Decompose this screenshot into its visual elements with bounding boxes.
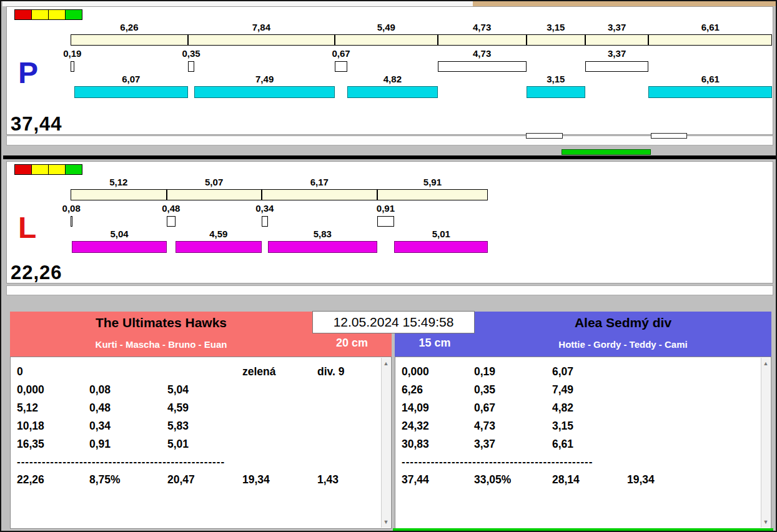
segment-total-bar <box>167 189 262 200</box>
team-right-name: Alea Sedmý div <box>475 315 771 330</box>
segment-total-bar <box>438 34 527 46</box>
table-cell: 0,35 <box>474 383 495 397</box>
segment-total-bar <box>527 34 586 46</box>
segment-total-bar <box>71 34 188 46</box>
table-cell: 7,49 <box>552 383 573 397</box>
table-row: 10,180,345,83 <box>11 420 391 438</box>
total-cell: 19,34 <box>627 473 655 486</box>
datetime-display: 12.05.2024 15:49:58 <box>312 311 475 333</box>
bar-label: 4,82 <box>374 74 411 84</box>
segment-total-label: 5,07 <box>167 177 262 187</box>
table-row: 0zelenádiv. 9 <box>11 365 391 383</box>
scroll-up-icon[interactable]: ▲ <box>761 359 770 368</box>
table-cell: 30,83 <box>402 438 429 451</box>
table-cell: 0,67 <box>474 401 495 415</box>
table-cell: 6,26 <box>402 383 423 397</box>
segment-total-bar <box>585 34 648 46</box>
scroll-up-icon[interactable]: ▲ <box>382 359 390 368</box>
totals-row: 22,268,75%20,4719,341,43 <box>11 473 391 491</box>
table-row: 24,324,733,15 <box>395 420 771 438</box>
total-cell: 1,43 <box>317 473 339 486</box>
segment-total-bar <box>188 34 335 46</box>
table-row: 6,260,357,49 <box>395 383 771 401</box>
segment-total-bar <box>335 34 438 46</box>
bar-label: 6,07 <box>112 74 150 84</box>
bar-label: 3,15 <box>537 74 575 84</box>
bar-label: 6,61 <box>691 74 729 84</box>
table-cell: 6,61 <box>552 438 573 451</box>
segment-total-bar <box>377 189 488 200</box>
scrollbar[interactable]: ▲ ▼ <box>381 358 390 528</box>
table-cell: 4,82 <box>552 401 573 415</box>
separator-line: ----------------------------------------… <box>17 456 225 468</box>
marker-box-1 <box>526 133 563 139</box>
totals-row: 37,4433,05%28,1419,34 <box>395 473 771 491</box>
scrollbar[interactable]: ▲ ▼ <box>761 358 770 528</box>
gap-box <box>335 61 347 72</box>
window-top-edge <box>2 1 473 6</box>
segment-total-bar <box>262 189 377 200</box>
table-cell: 3,15 <box>552 420 573 433</box>
bar-label: 5,01 <box>422 229 460 239</box>
measure-bar <box>527 86 586 98</box>
panel-total: 37,44 <box>11 113 62 135</box>
segment-total-label: 7,84 <box>188 22 335 32</box>
table-cell: 16,35 <box>17 438 44 451</box>
separator-row: ----------------------------------------… <box>395 456 771 473</box>
scroll-down-icon[interactable]: ▼ <box>761 518 770 526</box>
bar-label: 4,59 <box>200 229 237 239</box>
segment-total-label: 5,91 <box>377 177 488 187</box>
team-left-players: Kurti - Mascha - Bruno - Euan <box>10 339 312 350</box>
segment-total-label: 3,37 <box>585 22 648 32</box>
table-row: 0,0000,085,04 <box>11 383 391 401</box>
table-row: 5,120,484,59 <box>11 401 391 420</box>
gap-box <box>71 61 74 72</box>
bar-label: 7,49 <box>246 74 284 84</box>
bars-layer: 5,125,076,175,910,085,040,484,590,345,83… <box>7 162 773 283</box>
table-cell: 5,04 <box>167 383 189 397</box>
separator-line: ----------------------------------------… <box>402 456 593 468</box>
table-cell: 0,34 <box>89 420 111 433</box>
marker-box-2 <box>651 133 687 139</box>
team-right-players: Hottie - Gordy - Teddy - Cami <box>475 339 771 350</box>
table-cell: 10,18 <box>17 420 44 433</box>
table-cell: 5,01 <box>167 438 189 451</box>
panel-divider <box>3 155 776 159</box>
table-row: 0,0000,196,07 <box>395 365 771 383</box>
table-cell: 6,07 <box>552 365 573 378</box>
total-cell: 8,75% <box>89 473 121 486</box>
ruler-strip-bottom <box>6 285 773 295</box>
measure-bar <box>194 86 335 98</box>
measure-bar <box>394 241 488 253</box>
table-cell: 4,59 <box>167 401 189 415</box>
panel-total: 22,26 <box>11 262 62 284</box>
table-body: 0zelenádiv. 90,0000,085,045,120,484,5910… <box>11 357 391 528</box>
bars-layer: 6,267,845,494,733,153,376,610,196,070,35… <box>7 7 773 134</box>
table-cell: 4,73 <box>474 420 495 433</box>
total-cell: 22,26 <box>17 473 44 486</box>
measure-panel-L: L 5,125,076,175,910,085,040,484,590,345,… <box>6 161 773 283</box>
table-cell: 0,91 <box>89 438 111 451</box>
gap-box <box>71 216 72 227</box>
measure-bar <box>648 86 772 98</box>
scroll-down-icon[interactable]: ▼ <box>382 518 390 526</box>
measure-panel-P: P 6,267,845,494,733,153,376,610,196,070,… <box>6 6 773 135</box>
gap-label: 0,67 <box>322 48 360 59</box>
team-right-table: 0,0000,196,076,260,357,4914,090,674,8224… <box>395 357 771 529</box>
segment-total-label: 3,15 <box>527 22 586 32</box>
total-cell: 37,44 <box>402 473 429 486</box>
gap-box <box>585 61 648 72</box>
table-cell: 0,19 <box>474 365 495 378</box>
gap-box <box>438 61 527 72</box>
segment-total-label: 5,12 <box>71 177 167 187</box>
bar-label: 5,83 <box>304 229 341 239</box>
gap-label: 0,34 <box>246 203 284 214</box>
segment-total-label: 5,49 <box>335 22 438 32</box>
team-left-table: 0zelenádiv. 90,0000,085,045,120,484,5910… <box>10 357 392 529</box>
table-cell: 5,12 <box>17 401 38 415</box>
active-team-strip <box>393 528 773 532</box>
gap-label: 3,37 <box>598 48 636 59</box>
table-row: 14,090,674,82 <box>395 401 771 420</box>
table-cell: 0,48 <box>89 401 111 415</box>
gap-label: 4,73 <box>463 48 501 59</box>
